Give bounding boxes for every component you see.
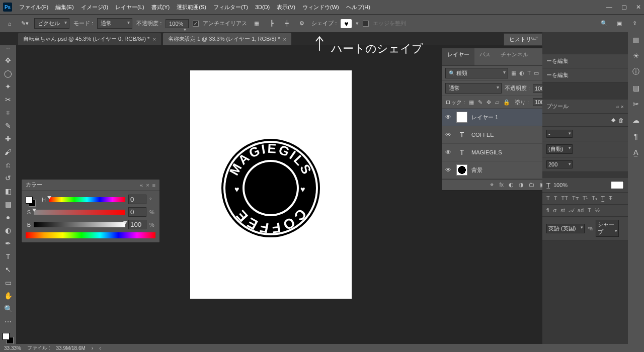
fg-bg-swatch[interactable] xyxy=(3,333,14,344)
visibility-icon[interactable]: 👁 xyxy=(445,149,452,156)
blur-tool-icon[interactable]: ● xyxy=(2,212,14,222)
color-spectrum[interactable] xyxy=(26,232,155,238)
close-icon[interactable]: × xyxy=(152,36,155,42)
paragraph-icon[interactable]: ¶ xyxy=(631,132,641,141)
bold-icon[interactable]: T xyxy=(546,195,550,202)
path-tool-icon[interactable]: ↖ xyxy=(2,265,14,275)
cloud-icon[interactable]: ☁ xyxy=(631,116,641,125)
sat-input[interactable] xyxy=(128,207,146,217)
shape-preset-heart[interactable]: ♥ xyxy=(341,19,352,28)
menu-type[interactable]: 書式(Y) xyxy=(151,4,170,11)
bri-slider[interactable] xyxy=(34,222,125,227)
menu-filter[interactable]: フィルター(T) xyxy=(213,4,248,11)
align-left-icon[interactable]: ┣ xyxy=(266,18,277,29)
close-icon[interactable]: × xyxy=(283,36,286,42)
panel-close-icon[interactable]: × xyxy=(146,182,149,188)
blend-mode-select[interactable]: 通常 xyxy=(97,18,132,29)
adjustment-icon[interactable]: ◑ xyxy=(519,182,524,188)
pen-tool-icon[interactable]: ✒ xyxy=(2,238,14,248)
fi-icon[interactable]: fi xyxy=(546,207,549,214)
italic-icon[interactable]: T xyxy=(554,195,557,202)
smallcaps-icon[interactable]: Tᴛ xyxy=(572,195,579,202)
menu-window[interactable]: ウィンドウ(W) xyxy=(302,4,339,11)
window-minimize-icon[interactable]: — xyxy=(606,4,612,11)
layer-item[interactable]: 👁 背景 🔒 xyxy=(442,161,558,179)
libraries-icon[interactable]: ▤ xyxy=(631,83,641,93)
hue-input[interactable] xyxy=(128,195,146,204)
history-brush-icon[interactable]: ↺ xyxy=(2,173,14,183)
edge-align-checkbox[interactable] xyxy=(363,21,369,27)
home-icon[interactable]: ⌂ xyxy=(4,18,15,29)
filter-shape-icon[interactable]: ▭ xyxy=(534,70,539,76)
tab-channels[interactable]: チャンネル xyxy=(496,48,533,65)
shape-dropdown-icon[interactable]: ▾ xyxy=(356,20,359,27)
layer-item[interactable]: 👁 T MAGIEGILS xyxy=(442,144,558,161)
panel-menu-icon[interactable]: ≡ xyxy=(535,35,538,41)
document-tab[interactable]: 自転車ちゃん.psd @ 45.3% (レイヤー 0, RGB/8#) * × xyxy=(18,33,161,45)
panel-expand-icon[interactable]: ›› xyxy=(531,35,534,41)
layer-item[interactable]: 👁 T COFFEE xyxy=(442,126,558,144)
subscript-icon[interactable]: T₁ xyxy=(592,195,597,202)
antialias-checkbox[interactable]: ✓ xyxy=(193,21,199,27)
frame-tool-icon[interactable]: ⌗ xyxy=(2,108,14,118)
chevron-left-icon[interactable]: ‹ xyxy=(99,345,101,351)
prop-auto[interactable]: (自動) xyxy=(546,144,573,154)
unit-select[interactable]: ピクセル xyxy=(34,18,69,29)
menu-help[interactable]: ヘルプ(H) xyxy=(346,4,370,11)
layer-blend-select[interactable]: 通常 xyxy=(445,83,502,94)
lang-select[interactable]: 英語 (英国) xyxy=(546,224,585,233)
layer-filter-kind[interactable]: 🔍 種類 xyxy=(445,68,508,78)
cc-lib-icon[interactable]: ◆ xyxy=(611,117,615,123)
filter-adjust-icon[interactable]: ◐ xyxy=(519,70,524,76)
menu-layer[interactable]: レイヤー(L) xyxy=(115,4,144,11)
hand-tool-icon[interactable]: ✋ xyxy=(2,291,14,301)
adjustments-icon[interactable]: ☀ xyxy=(631,51,641,60)
scissors-icon[interactable]: ✂ xyxy=(631,100,641,109)
opacity-select[interactable]: 100% xyxy=(166,19,189,28)
layer-item[interactable]: 👁 レイヤー 1 xyxy=(442,109,558,126)
superscript-icon[interactable]: T¹ xyxy=(583,195,588,202)
panel-grip[interactable] xyxy=(3,48,14,51)
dodge-tool-icon[interactable]: ◐ xyxy=(2,225,14,235)
menu-select[interactable]: 選択範囲(S) xyxy=(177,4,206,11)
link-layers-icon[interactable]: ⚭ xyxy=(490,182,494,188)
bri-input[interactable] xyxy=(128,220,146,229)
arrange-icon[interactable]: ▣ xyxy=(614,18,625,29)
tab-layers[interactable]: レイヤー xyxy=(442,48,474,65)
zoom-readout[interactable]: 33.33% xyxy=(4,345,21,351)
panel-menu-icon[interactable]: ≡ xyxy=(152,182,155,188)
menu-file[interactable]: ファイル(F) xyxy=(19,4,48,11)
lock-paint-icon[interactable]: ✎ xyxy=(478,99,482,106)
search-icon[interactable]: 🔍 xyxy=(599,18,610,29)
color-swatch[interactable] xyxy=(611,181,624,189)
menu-edit[interactable]: 編集(E) xyxy=(55,4,74,11)
lock-all-icon[interactable]: 🔒 xyxy=(503,99,510,106)
menu-image[interactable]: イメージ(I) xyxy=(81,4,108,11)
mask-icon[interactable]: ◐ xyxy=(509,182,514,188)
ordinal-icon[interactable]: ad xyxy=(578,207,584,214)
gear-icon[interactable]: ⚙ xyxy=(296,18,307,29)
hue-slider[interactable] xyxy=(49,197,125,202)
color-swatch-fgbg[interactable] xyxy=(26,197,36,207)
glyphs-icon[interactable]: A̲ xyxy=(631,148,641,157)
chevron-right-icon[interactable]: › xyxy=(92,345,93,351)
lock-artboard-icon[interactable]: ▱ xyxy=(495,99,499,106)
wand-tool-icon[interactable]: ✦ xyxy=(2,81,14,92)
crop-tool-icon[interactable]: ✂ xyxy=(2,95,14,105)
brush-tool-icon[interactable]: 🖌 xyxy=(2,147,14,157)
type-tool-icon[interactable]: T xyxy=(2,251,14,261)
tool-preset-icon[interactable]: ✎▾ xyxy=(19,18,30,29)
menu-view[interactable]: 表示(V) xyxy=(277,4,295,11)
panel-collapse-icon[interactable]: « xyxy=(140,182,143,188)
prop-200[interactable]: 200 xyxy=(546,160,573,168)
tab-paths[interactable]: パス xyxy=(474,48,496,65)
sigma-icon[interactable]: σ xyxy=(553,207,557,214)
window-maximize-icon[interactable]: ▢ xyxy=(621,4,627,11)
shape-tool-icon[interactable]: ▭ xyxy=(2,278,14,288)
gradient-tool-icon[interactable]: ▤ xyxy=(2,199,14,209)
lock-position-icon[interactable]: ✥ xyxy=(487,99,491,106)
lock-transparent-icon[interactable]: ▦ xyxy=(469,99,474,106)
filter-type-icon[interactable]: T xyxy=(527,70,531,76)
info-icon[interactable]: ⓘ xyxy=(631,67,641,76)
underline-icon[interactable]: T̲ xyxy=(601,195,605,202)
